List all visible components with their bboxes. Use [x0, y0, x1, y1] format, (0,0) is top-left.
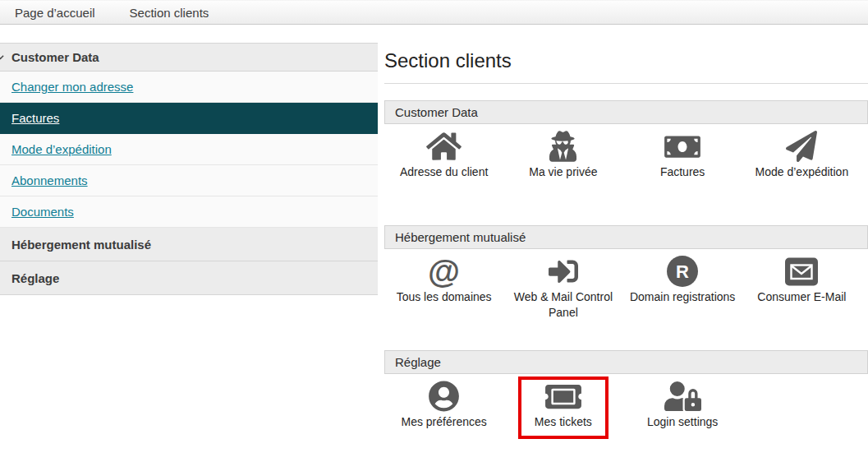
nav-item-section-clients[interactable]: Section clients	[130, 6, 209, 20]
tile-mes-tickets[interactable]: Mes tickets	[503, 381, 622, 462]
page-title: Section clients	[384, 49, 868, 72]
sidebar-link-label: Abonnements	[11, 173, 88, 187]
sidebar-item-changer-mon-adresse[interactable]: Changer mon adresse	[0, 72, 378, 103]
tile-consumer-email[interactable]: Consumer E-Mail	[742, 256, 861, 350]
tile-empty	[742, 381, 861, 462]
tile-label: Mes préférences	[401, 414, 486, 430]
title-divider	[384, 83, 868, 84]
tile-label: Web & Mail Control Panel	[503, 289, 622, 321]
tile-label: Mode d’expédition	[755, 164, 849, 180]
tile-label: Tous les domaines	[397, 289, 492, 305]
sidebar-item-abonnements[interactable]: Abonnements	[0, 165, 378, 196]
tile-factures[interactable]: Factures	[623, 131, 742, 225]
tile-domain-registrations[interactable]: R Domain registrations	[623, 256, 742, 350]
sidebar-item-factures[interactable]: Factures	[0, 103, 378, 134]
tile-adresse-du-client[interactable]: Adresse du client	[384, 131, 503, 225]
tile-mode-expedition[interactable]: Mode d’expédition	[742, 131, 861, 225]
section-header-reglage: Réglage	[384, 350, 868, 374]
registered-icon: R	[667, 256, 698, 287]
sidebar: Customer Data Changer mon adresse Factur…	[0, 43, 378, 295]
user-lock-icon	[664, 381, 701, 412]
sidebar-link-label: Factures	[11, 111, 59, 125]
tile-grid-customer-data: Adresse du client Ma vie privée Factures…	[384, 124, 868, 225]
tile-label: Ma vie privée	[529, 164, 597, 180]
sidebar-section-label: Hébergement mutualisé	[11, 238, 151, 252]
page-layout: Customer Data Changer mon adresse Factur…	[0, 43, 868, 462]
tile-label: Login settings	[647, 414, 718, 430]
section-header-customer-data: Customer Data	[384, 100, 868, 124]
section-header-label: Réglage	[395, 355, 441, 369]
user-circle-icon	[429, 381, 459, 412]
tile-label: Mes tickets	[535, 414, 592, 430]
tile-tous-les-domaines[interactable]: @ Tous les domaines	[384, 256, 503, 350]
sign-in-icon	[549, 256, 578, 287]
envelope-icon	[785, 256, 818, 287]
sidebar-item-mode-expedition[interactable]: Mode d’expédition	[0, 134, 378, 165]
spy-icon	[549, 131, 576, 162]
tile-mes-preferences[interactable]: Mes préférences	[384, 381, 503, 462]
banknote-icon	[664, 131, 700, 162]
ticket-icon	[545, 381, 581, 412]
paper-plane-icon	[786, 131, 817, 162]
nav-item-home[interactable]: Page d’accueil	[15, 6, 95, 20]
tile-grid-reglage: Mes préférences Mes tickets Login settin…	[384, 374, 868, 462]
home-icon	[426, 131, 462, 162]
section-header-label: Customer Data	[395, 105, 478, 119]
at-sign-icon: @	[428, 256, 460, 287]
tile-grid-hebergement: @ Tous les domaines Web & Mail Control P…	[384, 249, 868, 350]
tile-label: Adresse du client	[400, 164, 488, 180]
sidebar-section-label: Customer Data	[11, 50, 99, 64]
sidebar-section-label: Réglage	[11, 271, 59, 285]
tile-login-settings[interactable]: Login settings	[623, 381, 742, 462]
main-content: Section clients Customer Data Adresse du…	[384, 43, 868, 462]
tile-label: Consumer E-Mail	[757, 289, 846, 305]
sidebar-section-reglage[interactable]: Réglage	[0, 261, 378, 295]
sidebar-link-label: Mode d’expédition	[11, 142, 112, 156]
top-nav-bar: Page d’accueil Section clients	[0, 0, 868, 25]
sidebar-link-label: Changer mon adresse	[11, 80, 133, 94]
tile-web-mail-control-panel[interactable]: Web & Mail Control Panel	[503, 256, 622, 350]
sidebar-link-label: Documents	[11, 205, 74, 219]
sidebar-item-documents[interactable]: Documents	[0, 196, 378, 228]
tile-label: Domain registrations	[630, 289, 735, 305]
section-header-hebergement: Hébergement mutualisé	[384, 225, 868, 249]
sidebar-section-customer-data[interactable]: Customer Data	[0, 44, 378, 72]
chevron-down-icon	[0, 53, 4, 61]
svg-text:R: R	[676, 261, 689, 282]
section-header-label: Hébergement mutualisé	[395, 230, 526, 244]
tile-ma-vie-privee[interactable]: Ma vie privée	[503, 131, 622, 225]
sidebar-section-hebergement[interactable]: Hébergement mutualisé	[0, 228, 378, 261]
tile-label: Factures	[660, 164, 705, 180]
